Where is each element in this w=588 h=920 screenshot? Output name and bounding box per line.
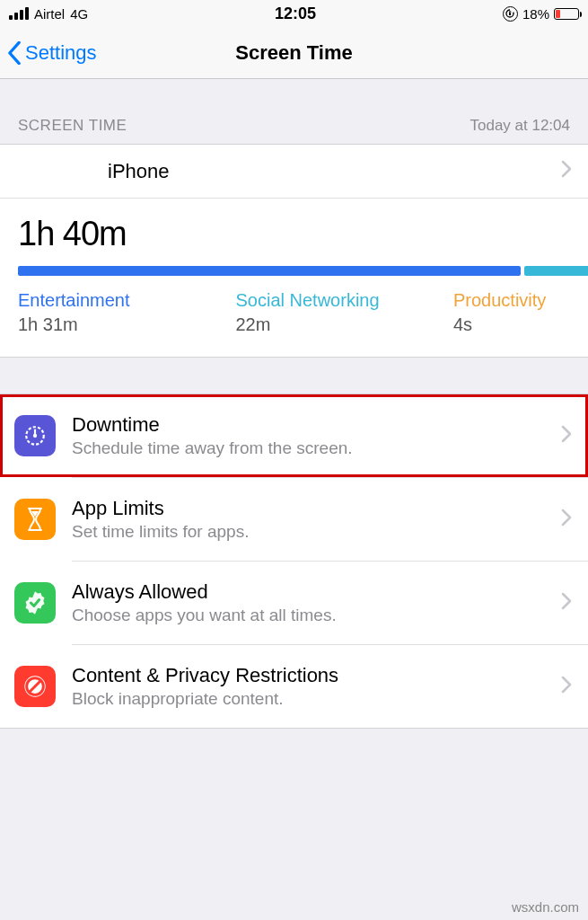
check-badge-icon <box>14 582 56 624</box>
settings-row-app-limits[interactable]: App LimitsSet time limits for apps. <box>0 478 588 561</box>
battery-pct-label: 18% <box>522 6 549 22</box>
hourglass-icon <box>14 499 56 540</box>
carrier-label: Airtel <box>34 6 65 22</box>
settings-row-content-privacy-restrictions[interactable]: Content & Privacy RestrictionsBlock inap… <box>0 645 588 728</box>
chevron-right-icon <box>561 425 572 447</box>
back-button[interactable]: Settings <box>7 41 97 65</box>
category: Social Networking22m <box>236 290 454 335</box>
chevron-right-icon <box>561 509 572 530</box>
nav-bar: Settings Screen Time <box>0 27 588 79</box>
status-time: 12:05 <box>275 4 316 23</box>
usage-summary: 1h 40m Entertainment1h 31mSocial Network… <box>0 199 588 357</box>
row-text: App LimitsSet time limits for apps. <box>72 497 570 542</box>
watermark: wsxdn.com <box>512 899 579 915</box>
row-subtitle: Block inappropriate content. <box>72 689 543 709</box>
category-time: 22m <box>236 314 454 335</box>
page-title: Screen Time <box>235 41 352 65</box>
signal-strength-icon <box>9 7 29 20</box>
category-label: Entertainment <box>18 290 236 311</box>
clock-icon <box>14 415 56 456</box>
status-bar: Airtel 4G 12:05 18% <box>0 0 588 27</box>
bar-segment <box>524 266 588 276</box>
network-label: 4G <box>70 6 88 22</box>
section-header: SCREEN TIME Today at 12:04 <box>0 79 588 144</box>
row-text: Content & Privacy RestrictionsBlock inap… <box>72 664 570 709</box>
bar-segment <box>18 266 521 276</box>
category-label: Social Networking <box>236 290 454 311</box>
orientation-lock-icon <box>503 6 518 22</box>
chevron-right-icon <box>561 676 572 697</box>
category-time: 1h 31m <box>18 314 236 335</box>
status-right: 18% <box>503 6 579 22</box>
section-header-label: SCREEN TIME <box>18 117 127 135</box>
settings-row-downtime[interactable]: DowntimeSchedule time away from the scre… <box>0 394 588 477</box>
category-label: Productivity <box>453 290 570 311</box>
usage-group: iPhone 1h 40m Entertainment1h 31mSocial … <box>0 144 588 358</box>
row-title: Content & Privacy Restrictions <box>72 664 543 687</box>
category-time: 4s <box>453 314 570 335</box>
chevron-right-icon <box>561 592 572 614</box>
back-label: Settings <box>25 41 97 65</box>
total-time: 1h 40m <box>18 215 570 253</box>
row-title: App Limits <box>72 497 543 520</box>
device-row[interactable]: iPhone <box>0 145 588 199</box>
category-row: Entertainment1h 31mSocial Networking22mP… <box>18 290 570 335</box>
row-subtitle: Set time limits for apps. <box>72 522 543 542</box>
row-subtitle: Choose apps you want at all times. <box>72 606 543 625</box>
svg-rect-0 <box>509 13 511 15</box>
section-timestamp: Today at 12:04 <box>470 117 570 135</box>
usage-bar-chart <box>18 266 570 276</box>
category: Productivity4s <box>453 290 570 335</box>
row-title: Always Allowed <box>72 580 543 604</box>
row-title: Downtime <box>72 413 543 437</box>
battery-icon <box>554 8 579 20</box>
settings-row-always-allowed[interactable]: Always AllowedChoose apps you want at al… <box>0 562 588 644</box>
row-text: Always AllowedChoose apps you want at al… <box>72 580 570 625</box>
chevron-left-icon <box>7 41 22 65</box>
row-text: DowntimeSchedule time away from the scre… <box>72 413 570 458</box>
row-subtitle: Schedule time away from the screen. <box>72 438 543 458</box>
chevron-right-icon <box>561 160 572 183</box>
status-left: Airtel 4G <box>9 6 88 22</box>
no-entry-icon <box>14 666 56 707</box>
category: Entertainment1h 31m <box>18 290 236 335</box>
device-label: iPhone <box>108 160 170 183</box>
settings-group: DowntimeSchedule time away from the scre… <box>0 394 588 729</box>
